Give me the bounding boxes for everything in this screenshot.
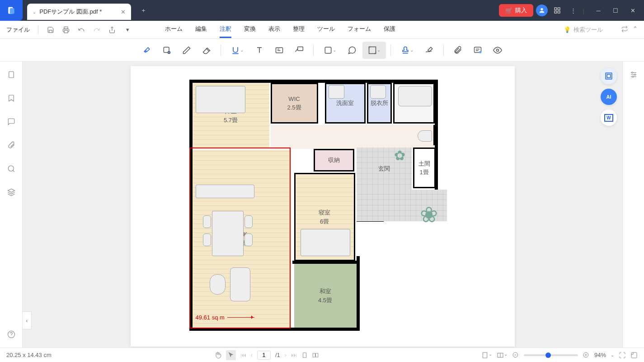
share-icon[interactable] [105, 23, 119, 37]
more-icon[interactable]: ⋮ [567, 4, 580, 17]
hide-comments-icon[interactable] [488, 42, 507, 59]
tab-close-icon[interactable]: ✕ [121, 9, 126, 15]
word-export-icon[interactable]: W [601, 110, 617, 126]
prev-page-icon[interactable]: ‹ [251, 352, 253, 358]
properties-icon[interactable] [627, 68, 640, 81]
format-panel-icon[interactable] [601, 68, 617, 84]
maximize-button[interactable]: ☐ [608, 4, 623, 17]
tab-forms[interactable]: フォーム [348, 21, 371, 38]
read-mode-icon[interactable]: ⌄ [497, 352, 508, 359]
single-page-icon[interactable] [301, 352, 308, 358]
print-icon[interactable] [59, 23, 73, 37]
minimize-button[interactable]: ─ [591, 4, 606, 17]
thumbnails-icon[interactable] [5, 68, 18, 81]
svg-point-30 [479, 51, 481, 53]
tab-tools[interactable]: ツール [317, 21, 335, 38]
zoom-in-icon[interactable] [583, 352, 590, 359]
hand-tool-icon[interactable] [214, 352, 221, 359]
layers-icon[interactable] [5, 186, 18, 199]
svg-point-2 [541, 8, 543, 10]
tab-annotate[interactable]: 注釈 [220, 21, 231, 38]
tab-edit[interactable]: 編集 [195, 21, 207, 38]
callout-icon[interactable] [290, 42, 309, 59]
measure-icon[interactable]: ⌄ [362, 42, 386, 59]
new-tab-button[interactable]: ＋ [136, 4, 150, 17]
search-tools[interactable]: 💡 検索ツール [545, 26, 621, 34]
buy-button[interactable]: 🛒 購入 [499, 4, 533, 17]
attachment-icon[interactable] [448, 42, 467, 59]
tab-view[interactable]: 表示 [268, 21, 280, 38]
textbox-icon[interactable] [270, 42, 289, 59]
search-icon[interactable] [5, 162, 18, 176]
stamp-icon[interactable]: ⌄ [395, 42, 419, 59]
two-page-icon[interactable] [312, 352, 319, 358]
svg-rect-38 [606, 73, 612, 79]
help-icon[interactable] [5, 328, 18, 341]
room-shuno: 収納 [314, 149, 354, 171]
area-highlight-icon[interactable] [157, 42, 176, 59]
bathtub-icon [398, 86, 432, 106]
pencil-icon[interactable] [177, 42, 196, 59]
shape-icon[interactable]: ⌄ [318, 42, 342, 59]
ribbon-tabs: ホーム 編集 注釈 変換 表示 整理 ツール フォーム 保護 [165, 21, 395, 38]
text-icon[interactable] [250, 42, 269, 59]
zoom-out-icon[interactable] [512, 352, 519, 359]
app-logo[interactable] [0, 0, 23, 21]
page-number-input[interactable] [257, 351, 271, 360]
tab-dropdown-icon[interactable]: ⌄ [33, 10, 36, 14]
svg-rect-8 [64, 27, 68, 29]
fit-width-icon[interactable]: ⌄ [481, 352, 492, 359]
zoom-level[interactable]: 94% [594, 352, 606, 358]
tab-organize[interactable]: 整理 [293, 21, 305, 38]
svg-rect-46 [303, 352, 306, 357]
bookmarks-icon[interactable] [5, 91, 18, 105]
select-tool-icon[interactable] [226, 350, 236, 360]
save-icon[interactable] [44, 23, 57, 37]
tab-convert[interactable]: 変換 [244, 21, 256, 38]
svg-rect-5 [555, 11, 557, 13]
user-avatar[interactable] [536, 5, 548, 16]
tab-protect[interactable]: 保護 [384, 21, 395, 38]
page-dimensions: 20.25 x 14.43 cm [6, 352, 52, 358]
svg-point-45 [632, 76, 634, 77]
redo-icon[interactable] [90, 23, 103, 37]
close-button[interactable]: ✕ [625, 4, 640, 17]
highlighter-icon[interactable] [137, 42, 156, 59]
collapse-sidebar-button[interactable]: ‹ [23, 311, 32, 329]
comments-icon[interactable] [5, 115, 18, 129]
tab-filename: PDFサンプル 図面.pdf * [39, 8, 102, 16]
undo-icon[interactable] [75, 23, 88, 37]
attachments-icon[interactable] [5, 138, 18, 152]
zoom-slider[interactable] [524, 354, 578, 356]
last-page-icon[interactable]: ⏭ [291, 352, 297, 358]
measurement-label[interactable]: 49.61 sq m [196, 314, 254, 321]
qat-dropdown-icon[interactable]: ▾ [121, 23, 134, 37]
first-page-icon[interactable]: ⏮ [240, 352, 246, 358]
ai-button[interactable]: AI [601, 89, 617, 105]
eraser-icon[interactable] [197, 42, 216, 59]
measurement-area[interactable] [189, 148, 291, 329]
svg-rect-4 [558, 8, 560, 10]
sync-icon[interactable] [621, 25, 628, 34]
svg-rect-6 [558, 11, 560, 13]
svg-point-43 [631, 72, 633, 73]
fullscreen-icon[interactable] [630, 352, 638, 359]
left-sidebar [0, 62, 23, 348]
underline-icon[interactable]: ⌄ [226, 42, 249, 59]
arrow-icon [227, 317, 254, 318]
note-icon[interactable] [343, 42, 362, 59]
fit-page-icon[interactable] [619, 352, 626, 359]
collapse-ribbon-icon[interactable]: ⌃ [633, 25, 638, 34]
file-menu[interactable]: ファイル [0, 26, 36, 34]
svg-rect-39 [607, 74, 611, 78]
hallway [271, 125, 433, 149]
washer-icon [370, 85, 386, 99]
signature-icon[interactable] [420, 42, 439, 59]
room-doma: 土間1畳 [413, 148, 436, 188]
next-page-icon[interactable]: › [285, 352, 287, 358]
tab-home[interactable]: ホーム [165, 21, 183, 38]
document-canvas[interactable]: 洋室5.7畳 WIC2.5畳 洗面室 脱衣所 浴室 WC 収納 土間1畳 玄関 … [23, 62, 622, 348]
apps-icon[interactable] [550, 4, 564, 17]
manage-comments-icon[interactable] [468, 42, 487, 59]
document-tab[interactable]: ⌄ PDFサンプル 図面.pdf * ✕ [27, 4, 131, 20]
